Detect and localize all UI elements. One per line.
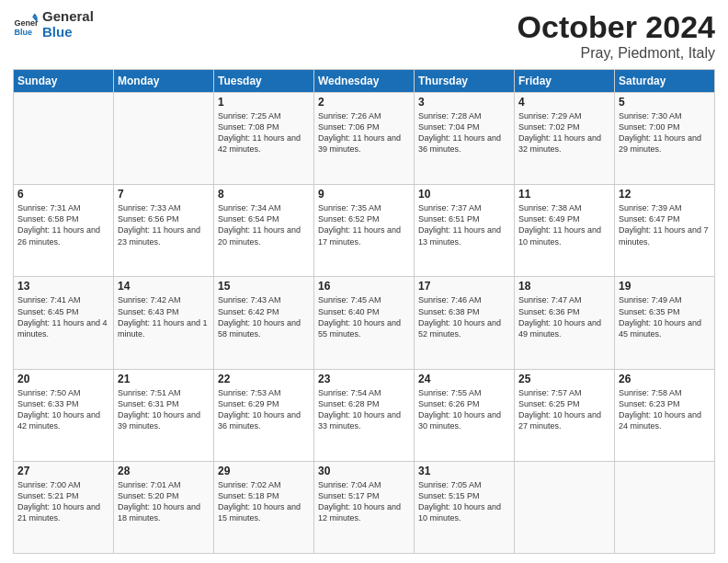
weekday-header-wednesday: Wednesday [314, 70, 415, 93]
day-info: Sunrise: 7:42 AMSunset: 6:43 PMDaylight:… [118, 294, 210, 339]
calendar-cell: 5Sunrise: 7:30 AMSunset: 7:00 PMDaylight… [615, 93, 715, 185]
calendar-cell: 29Sunrise: 7:02 AMSunset: 5:18 PMDayligh… [214, 461, 314, 553]
day-info: Sunrise: 7:34 AMSunset: 6:54 PMDaylight:… [218, 202, 310, 247]
logo: General Blue General Blue [13, 9, 94, 40]
calendar-cell: 12Sunrise: 7:39 AMSunset: 6:47 PMDayligh… [615, 185, 715, 277]
day-info: Sunrise: 7:02 AMSunset: 5:18 PMDaylight:… [218, 479, 310, 524]
day-info: Sunrise: 7:30 AMSunset: 7:00 PMDaylight:… [619, 110, 711, 155]
calendar-cell: 23Sunrise: 7:54 AMSunset: 6:28 PMDayligh… [314, 369, 415, 461]
calendar-cell: 21Sunrise: 7:51 AMSunset: 6:31 PMDayligh… [114, 369, 214, 461]
day-number: 3 [418, 96, 510, 109]
calendar-cell: 31Sunrise: 7:05 AMSunset: 5:15 PMDayligh… [415, 461, 515, 553]
day-info: Sunrise: 7:45 AMSunset: 6:40 PMDaylight:… [318, 294, 410, 339]
calendar-cell: 22Sunrise: 7:53 AMSunset: 6:29 PMDayligh… [214, 369, 314, 461]
calendar-cell: 26Sunrise: 7:58 AMSunset: 6:23 PMDayligh… [615, 369, 715, 461]
day-info: Sunrise: 7:41 AMSunset: 6:45 PMDaylight:… [17, 294, 109, 339]
day-number: 6 [17, 188, 109, 201]
day-info: Sunrise: 7:00 AMSunset: 5:21 PMDaylight:… [17, 479, 109, 524]
day-number: 30 [318, 465, 410, 477]
calendar-week-row: 13Sunrise: 7:41 AMSunset: 6:45 PMDayligh… [14, 277, 715, 369]
day-number: 16 [318, 280, 410, 293]
day-info: Sunrise: 7:55 AMSunset: 6:26 PMDaylight:… [418, 387, 510, 432]
header: General Blue General Blue October 2024 P… [13, 9, 715, 62]
weekday-header-sunday: Sunday [14, 70, 114, 93]
day-info: Sunrise: 7:35 AMSunset: 6:52 PMDaylight:… [318, 202, 410, 247]
day-info: Sunrise: 7:26 AMSunset: 7:06 PMDaylight:… [318, 110, 410, 155]
day-number: 18 [518, 280, 610, 293]
day-info: Sunrise: 7:43 AMSunset: 6:42 PMDaylight:… [218, 294, 310, 339]
calendar-cell: 30Sunrise: 7:04 AMSunset: 5:17 PMDayligh… [314, 461, 415, 553]
day-number: 10 [418, 188, 510, 201]
day-number: 17 [418, 280, 510, 293]
calendar-cell [14, 93, 114, 185]
calendar-cell: 16Sunrise: 7:45 AMSunset: 6:40 PMDayligh… [314, 277, 415, 369]
generalblue-logo-icon: General Blue [13, 12, 39, 38]
day-info: Sunrise: 7:31 AMSunset: 6:58 PMDaylight:… [17, 202, 109, 247]
day-info: Sunrise: 7:57 AMSunset: 6:25 PMDaylight:… [518, 387, 610, 432]
weekday-header-tuesday: Tuesday [214, 70, 314, 93]
day-info: Sunrise: 7:01 AMSunset: 5:20 PMDaylight:… [118, 479, 210, 524]
day-number: 2 [318, 96, 410, 109]
calendar-week-row: 27Sunrise: 7:00 AMSunset: 5:21 PMDayligh… [14, 461, 715, 553]
day-number: 4 [518, 96, 610, 109]
svg-text:General: General [14, 18, 39, 28]
day-number: 25 [518, 373, 610, 385]
calendar-cell: 9Sunrise: 7:35 AMSunset: 6:52 PMDaylight… [314, 185, 415, 277]
weekday-header-friday: Friday [515, 70, 615, 93]
day-info: Sunrise: 7:46 AMSunset: 6:38 PMDaylight:… [418, 294, 510, 339]
day-number: 5 [619, 96, 711, 109]
calendar-cell [114, 93, 214, 185]
day-number: 24 [418, 373, 510, 385]
calendar-cell: 6Sunrise: 7:31 AMSunset: 6:58 PMDaylight… [14, 185, 114, 277]
calendar-cell: 10Sunrise: 7:37 AMSunset: 6:51 PMDayligh… [415, 185, 515, 277]
calendar-cell [515, 461, 615, 553]
weekday-header-monday: Monday [114, 70, 214, 93]
calendar-cell: 20Sunrise: 7:50 AMSunset: 6:33 PMDayligh… [14, 369, 114, 461]
day-number: 7 [118, 188, 210, 201]
calendar-cell: 2Sunrise: 7:26 AMSunset: 7:06 PMDaylight… [314, 93, 415, 185]
day-info: Sunrise: 7:47 AMSunset: 6:36 PMDaylight:… [518, 294, 610, 339]
svg-marker-2 [32, 13, 38, 17]
logo-blue-text: Blue [42, 25, 94, 40]
title-block: October 2024 Pray, Piedmont, Italy [518, 9, 715, 62]
day-number: 29 [218, 465, 310, 477]
day-number: 20 [17, 373, 109, 385]
calendar-cell: 24Sunrise: 7:55 AMSunset: 6:26 PMDayligh… [415, 369, 515, 461]
day-number: 12 [619, 188, 711, 201]
day-number: 21 [118, 373, 210, 385]
day-number: 11 [518, 188, 610, 201]
calendar-title: October 2024 [518, 9, 715, 45]
day-number: 22 [218, 373, 310, 385]
calendar-cell: 17Sunrise: 7:46 AMSunset: 6:38 PMDayligh… [415, 277, 515, 369]
day-info: Sunrise: 7:04 AMSunset: 5:17 PMDaylight:… [318, 479, 410, 524]
day-number: 31 [418, 465, 510, 477]
day-info: Sunrise: 7:37 AMSunset: 6:51 PMDaylight:… [418, 202, 510, 247]
calendar-week-row: 1Sunrise: 7:25 AMSunset: 7:08 PMDaylight… [14, 93, 715, 185]
calendar-cell: 1Sunrise: 7:25 AMSunset: 7:08 PMDaylight… [214, 93, 314, 185]
calendar-cell: 15Sunrise: 7:43 AMSunset: 6:42 PMDayligh… [214, 277, 314, 369]
calendar-cell: 3Sunrise: 7:28 AMSunset: 7:04 PMDaylight… [415, 93, 515, 185]
day-info: Sunrise: 7:49 AMSunset: 6:35 PMDaylight:… [619, 294, 711, 339]
day-number: 27 [17, 465, 109, 477]
day-info: Sunrise: 7:29 AMSunset: 7:02 PMDaylight:… [518, 110, 610, 155]
calendar-cell: 18Sunrise: 7:47 AMSunset: 6:36 PMDayligh… [515, 277, 615, 369]
calendar-cell: 14Sunrise: 7:42 AMSunset: 6:43 PMDayligh… [114, 277, 214, 369]
day-number: 26 [619, 373, 711, 385]
day-info: Sunrise: 7:53 AMSunset: 6:29 PMDaylight:… [218, 387, 310, 432]
calendar-week-row: 6Sunrise: 7:31 AMSunset: 6:58 PMDaylight… [14, 185, 715, 277]
calendar-cell: 25Sunrise: 7:57 AMSunset: 6:25 PMDayligh… [515, 369, 615, 461]
calendar-location: Pray, Piedmont, Italy [518, 45, 715, 62]
page: General Blue General Blue October 2024 P… [0, 0, 728, 563]
day-info: Sunrise: 7:33 AMSunset: 6:56 PMDaylight:… [118, 202, 210, 247]
day-info: Sunrise: 7:38 AMSunset: 6:49 PMDaylight:… [518, 202, 610, 247]
calendar-cell: 11Sunrise: 7:38 AMSunset: 6:49 PMDayligh… [515, 185, 615, 277]
day-number: 9 [318, 188, 410, 201]
day-info: Sunrise: 7:25 AMSunset: 7:08 PMDaylight:… [218, 110, 310, 155]
day-info: Sunrise: 7:54 AMSunset: 6:28 PMDaylight:… [318, 387, 410, 432]
day-info: Sunrise: 7:28 AMSunset: 7:04 PMDaylight:… [418, 110, 510, 155]
calendar-cell: 4Sunrise: 7:29 AMSunset: 7:02 PMDaylight… [515, 93, 615, 185]
calendar-cell: 27Sunrise: 7:00 AMSunset: 5:21 PMDayligh… [14, 461, 114, 553]
day-info: Sunrise: 7:58 AMSunset: 6:23 PMDaylight:… [619, 387, 711, 432]
day-info: Sunrise: 7:05 AMSunset: 5:15 PMDaylight:… [418, 479, 510, 524]
logo-general-text: General [42, 9, 94, 25]
